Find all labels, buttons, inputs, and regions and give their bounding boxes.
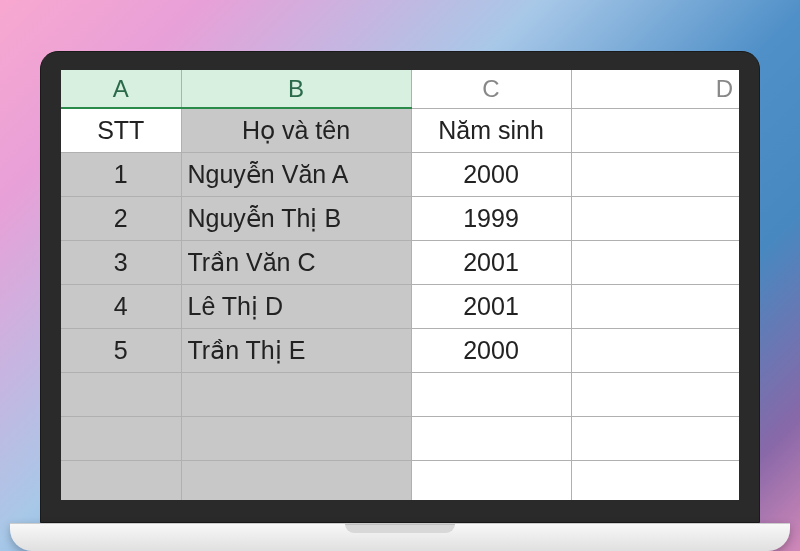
spreadsheet-screen: A B C D STT Họ và tên Năm sinh 1 [61,70,739,500]
cell-stt[interactable]: 5 [61,328,181,372]
table-row [61,372,739,416]
cell-name[interactable]: Lê Thị D [181,284,411,328]
cell-stt[interactable]: 2 [61,196,181,240]
cell-stt[interactable]: 3 [61,240,181,284]
cell-empty[interactable] [571,328,739,372]
cell-empty[interactable] [411,460,571,500]
table-row: STT Họ và tên Năm sinh [61,108,739,152]
table-row: 1 Nguyễn Văn A 2000 [61,152,739,196]
cell-name[interactable]: Nguyễn Văn A [181,152,411,196]
laptop-base [10,523,790,551]
cell-empty[interactable] [181,372,411,416]
cell-year[interactable]: 2001 [411,240,571,284]
column-header-row: A B C D [61,70,739,108]
cell-empty[interactable] [181,416,411,460]
cell-empty[interactable] [571,460,739,500]
cell-empty[interactable] [571,372,739,416]
cell-empty[interactable] [411,416,571,460]
cell-year[interactable]: 1999 [411,196,571,240]
col-header-a[interactable]: A [61,70,181,108]
cell-header-stt[interactable]: STT [61,108,181,152]
cell-name[interactable]: Trần Thị E [181,328,411,372]
cell-empty[interactable] [571,196,739,240]
table-row [61,416,739,460]
cell-year[interactable]: 2001 [411,284,571,328]
cell-stt[interactable]: 1 [61,152,181,196]
cell-name[interactable]: Trần Văn C [181,240,411,284]
laptop-frame: A B C D STT Họ và tên Năm sinh 1 [40,51,760,551]
cell-header-name[interactable]: Họ và tên [181,108,411,152]
cell-empty[interactable] [61,372,181,416]
laptop-notch [345,524,455,533]
cell-empty[interactable] [571,240,739,284]
col-header-b[interactable]: B [181,70,411,108]
table-row: 2 Nguyễn Thị B 1999 [61,196,739,240]
cell-empty[interactable] [181,460,411,500]
cell-stt[interactable]: 4 [61,284,181,328]
col-header-d[interactable]: D [571,70,739,108]
cell-header-year[interactable]: Năm sinh [411,108,571,152]
cell-empty[interactable] [571,284,739,328]
cell-name[interactable]: Nguyễn Thị B [181,196,411,240]
cell-empty[interactable] [571,152,739,196]
table-row [61,460,739,500]
cell-empty[interactable] [61,416,181,460]
screen-bezel: A B C D STT Họ và tên Năm sinh 1 [40,51,760,523]
col-header-c[interactable]: C [411,70,571,108]
table-row: 5 Trần Thị E 2000 [61,328,739,372]
cell-empty[interactable] [571,416,739,460]
table-row: 4 Lê Thị D 2001 [61,284,739,328]
cell-empty[interactable] [61,460,181,500]
cell-empty[interactable] [571,108,739,152]
cell-year[interactable]: 2000 [411,328,571,372]
cell-year[interactable]: 2000 [411,152,571,196]
table-row: 3 Trần Văn C 2001 [61,240,739,284]
spreadsheet-grid[interactable]: A B C D STT Họ và tên Năm sinh 1 [61,70,739,500]
cell-empty[interactable] [411,372,571,416]
